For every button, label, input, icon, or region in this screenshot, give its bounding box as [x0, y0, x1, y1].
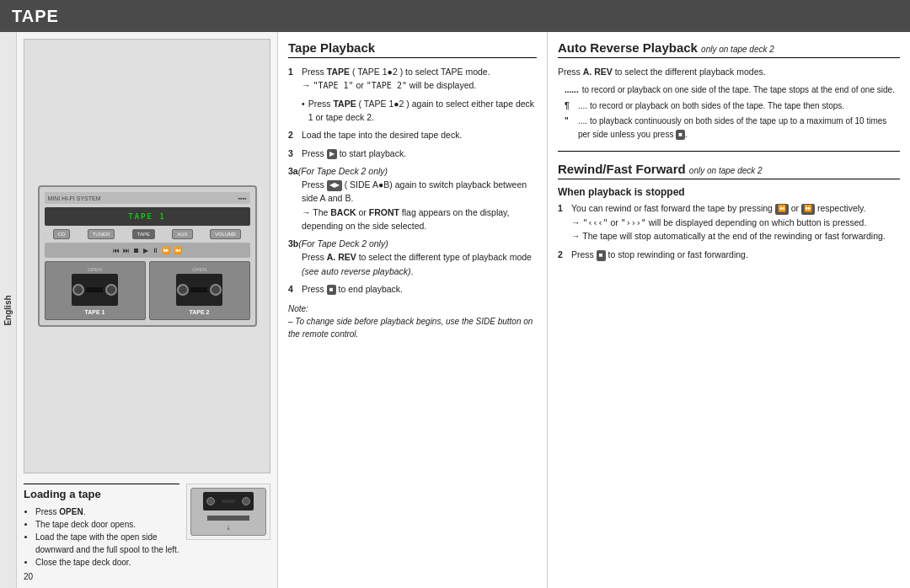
page-header: TAPE [0, 0, 910, 32]
rewind-arrow-1: → "‹‹‹" or "›››" will be displayed depen… [571, 217, 866, 227]
note-title: Note: [288, 304, 308, 313]
tape-spool-left-2 [177, 284, 189, 296]
cassette-spool-left [206, 497, 215, 505]
device-illustration: MINI HI-FI SYSTEM ▪▪▪▪ TAPE 1 CD TUNER T… [24, 39, 270, 473]
step-3b: 3b(For Tape Deck 2 only) Press A. REV to… [288, 237, 537, 278]
step-2-content: Load the tape into the desired tape deck… [302, 128, 462, 142]
tape-deck-1-window [72, 274, 118, 306]
device-body: MINI HI-FI SYSTEM ▪▪▪▪ TAPE 1 CD TUNER T… [38, 185, 257, 327]
ff-icon: ⏩ [801, 204, 815, 214]
language-label: English [3, 295, 13, 325]
loading-bullet-4: Close the tape deck door. [35, 556, 179, 569]
volume-label: VOLUME [210, 229, 241, 239]
loading-bullet-3: Load the tape with the open side downwar… [35, 531, 179, 556]
symbol-text-3: .... to playback continuously on both si… [578, 115, 900, 141]
auto-reverse-symbols: ...... to record or playback on one side… [558, 83, 900, 141]
device-brand-label: MINI HI-FI SYSTEM [48, 195, 101, 201]
symbol-text-2: .... to record or playback on both sides… [578, 99, 844, 113]
language-sidebar: English [0, 32, 17, 588]
tape-deck-1-label: TAPE 1 [85, 309, 105, 315]
tape-playback-instructions: 1 Press TAPE ( TAPE 1●2 ) to select TAPE… [288, 65, 537, 340]
stop-icon-auto: ■ [676, 130, 685, 140]
auto-reverse-subtitle: only on tape deck 2 [701, 45, 774, 54]
cd-button[interactable]: CD [53, 229, 71, 239]
step-3b-content: Press A. REV to select the different typ… [288, 250, 537, 278]
page-title: TAPE [12, 7, 59, 26]
section-divider [558, 151, 900, 152]
tape-deck-2-label: TAPE 2 [190, 309, 210, 315]
rewind-step-2-content: Press ■ to stop rewinding or fast forwar… [571, 248, 748, 261]
rew-icon: ⏪ [775, 204, 789, 214]
open-label: OPEN [59, 507, 83, 516]
device-top-bar: MINI HI-FI SYSTEM ▪▪▪▪ [45, 192, 250, 204]
loading-bullet-2: The tape deck door opens. [35, 518, 179, 531]
cassette-tape-strip [207, 516, 249, 521]
rewind-instructions: 1 You can rewind or fast forward the tap… [558, 201, 900, 261]
transport-controls: ⏮⏭⏹▶⏸⏩⏪ [45, 243, 250, 258]
tape-spool-left-1 [72, 284, 84, 296]
tape-spool-right-1 [105, 284, 117, 296]
stop-btn-icon: ■ [327, 285, 336, 295]
auto-reverse-instructions: Press A. REV to select the different pla… [558, 65, 900, 141]
step-3a-label: 3a(For Tape Deck 2 only) [288, 164, 537, 178]
cassette-window [203, 492, 254, 510]
cassette-arrow: ↓ [227, 522, 231, 532]
step-3-num: 3 [288, 147, 298, 160]
step-3a-content: Press ◀▶ ( SIDE A●B) again to switch pla… [288, 178, 537, 233]
symbol-row-1: ...... to record or playback on one side… [565, 83, 900, 97]
auto-reverse-title: Auto Reverse Playback only on tape deck … [558, 40, 900, 58]
step-1-num: 1 [288, 65, 298, 93]
left-panel: MINI HI-FI SYSTEM ▪▪▪▪ TAPE 1 CD TUNER T… [17, 32, 278, 588]
step-1: 1 Press TAPE ( TAPE 1●2 ) to select TAPE… [288, 65, 537, 93]
page-number: 20 [24, 572, 270, 581]
step-1-arrow: → "TAPE 1" or "TAPE 2" will be displayed… [302, 80, 476, 90]
cassette-illustration: ↓ [186, 484, 270, 540]
step-3a-arrow: → The BACK or FRONT flag appears on the … [302, 207, 510, 231]
symbol-key-1: ...... [565, 83, 579, 97]
tape-decks-area: OPEN TAPE 1 OPEN [45, 261, 250, 320]
loading-bullet-1: Press OPEN. [35, 505, 179, 518]
rewind-step-1: 1 You can rewind or fast forward the tap… [558, 201, 900, 243]
middle-panel: Tape Playback 1 Press TAPE ( TAPE 1●2 ) … [278, 32, 548, 588]
step-4-content: Press ■ to end playback. [302, 282, 403, 296]
symbol-text-1: to record or playback on one side of the… [582, 83, 895, 97]
note-text: – To change side before playback begins,… [288, 317, 533, 339]
step-3b-label: 3b(For Tape Deck 2 only) [288, 237, 537, 250]
source-buttons-row: CD TUNER TAPE AUX VOLUME [45, 229, 250, 239]
stop-icon-rewind: ■ [597, 250, 606, 260]
loading-text: Loading a tape Press OPEN. The tape deck… [24, 484, 179, 569]
rewind-title-text: Rewind/Fast Forward [558, 162, 686, 176]
symbol-key-3: " [565, 115, 575, 128]
step-3: 3 Press ▶ to start playback. [288, 147, 537, 160]
rewind-step-1-content: You can rewind or fast forward the tape … [571, 201, 886, 243]
step-2: 2 Load the tape into the desired tape de… [288, 128, 537, 142]
loading-bullets: Press OPEN. The tape deck door opens. Lo… [24, 505, 179, 569]
play-btn-icon: ▶ [327, 149, 337, 159]
loading-section: Loading a tape Press OPEN. The tape deck… [24, 480, 270, 569]
rewind-step-2: 2 Press ■ to stop rewinding or fast forw… [558, 248, 900, 261]
rewind-arrow-2: → The tape will stop automatically at th… [571, 231, 886, 241]
open-btn-2: OPEN [192, 267, 206, 272]
step-3-content: Press ▶ to start playback. [302, 147, 406, 160]
rewind-title: Rewind/Fast Forward only on tape deck 2 [558, 162, 900, 179]
tape-spool-right-2 [210, 284, 222, 296]
step-2-num: 2 [288, 128, 298, 142]
right-panel: Auto Reverse Playback only on tape deck … [548, 32, 910, 588]
tape-deck-2: OPEN TAPE 2 [149, 261, 250, 320]
auto-reverse-intro: Press A. REV to select the different pla… [558, 65, 900, 78]
tuner-button[interactable]: TUNER [88, 229, 115, 239]
rewind-subtitle: only on tape deck 2 [689, 166, 763, 175]
symbol-key-2: ¶ [565, 99, 575, 113]
main-layout: English MINI HI-FI SYSTEM ▪▪▪▪ TAPE 1 CD… [0, 32, 910, 588]
aux-button[interactable]: AUX [172, 229, 192, 239]
open-btn-1: OPEN [88, 267, 102, 272]
symbol-row-3: " .... to playback continuously on both … [565, 115, 900, 141]
step-4: 4 Press ■ to end playback. [288, 282, 537, 296]
side-btn-icon: ◀▶ [327, 180, 342, 190]
step-1-bullet: • Press TAPE ( TAPE 1●2 ) again to selec… [288, 97, 537, 125]
rewind-step-2-num: 2 [558, 248, 568, 261]
tape-button[interactable]: TAPE [132, 229, 155, 239]
loading-title: Loading a tape [24, 484, 179, 500]
device-top-icons: ▪▪▪▪ [238, 195, 247, 201]
tape-deck-2-window [176, 274, 222, 306]
